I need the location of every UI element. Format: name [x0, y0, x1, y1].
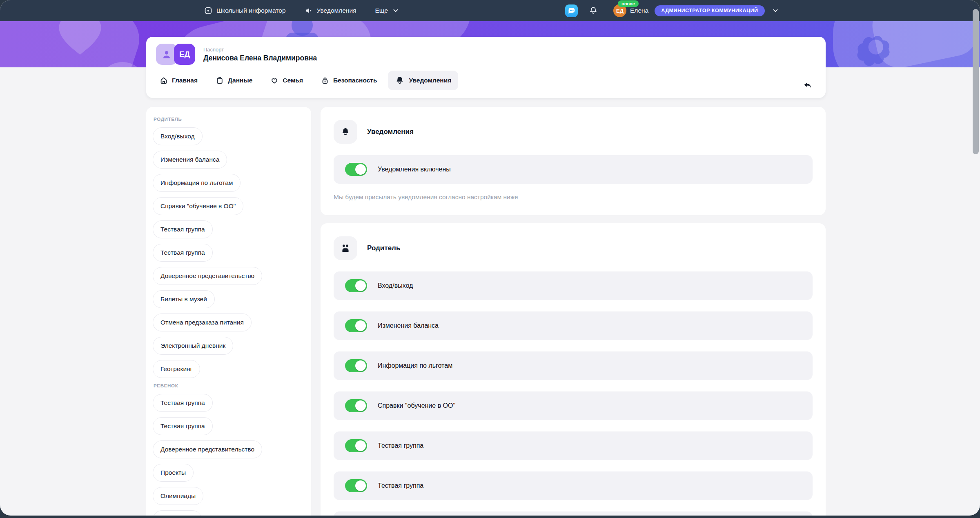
app-logo-icon: [204, 7, 212, 15]
sidebar-pill[interactable]: Тествая группа: [153, 220, 213, 238]
tab[interactable]: Главная: [153, 71, 205, 89]
sidebar-section-child: Тествая группа Тествая группа Доверенное…: [153, 394, 305, 516]
home-icon: [160, 76, 168, 84]
parent-icon: [340, 243, 351, 253]
navbar-right-cluster: ЕД новое Елена АДМИНИСТРАТОР КОММУНИКАЦИ…: [565, 0, 779, 21]
sidebar-pill[interactable]: Информация по льготам: [153, 174, 241, 192]
sidebar-pill[interactable]: Олимпиады: [153, 487, 203, 505]
sidebar-pill[interactable]: Электронный дневник: [153, 337, 233, 355]
passport-tabs: Главная Данные Семья Безопасность: [146, 66, 826, 90]
toggle-switch-on[interactable]: [345, 439, 367, 452]
top-navbar: Школьный информатор Уведомления Еще ЕД н…: [0, 0, 980, 21]
user-name: Елена: [630, 7, 648, 14]
toggle-label: Изменения баланса: [378, 322, 439, 329]
notification-types-sidebar: РОДИТЕЛЬ Вход/выход Изменения баланса Ин…: [146, 107, 311, 516]
tab-label: Уведомления: [409, 77, 451, 84]
chat-button[interactable]: [565, 4, 578, 17]
nav-item-school-informer[interactable]: Школьный информатор: [204, 7, 286, 15]
sidebar-pill[interactable]: Геотрекинг: [153, 360, 200, 378]
toggle-row[interactable]: Информация по льготам: [334, 351, 813, 380]
parent-settings-card: Родитель Вход/выход Изменения баланса: [321, 223, 826, 516]
tab[interactable]: Уведомления: [388, 71, 458, 90]
undo-button[interactable]: [800, 78, 815, 93]
sidebar-pill[interactable]: Проекты: [153, 464, 194, 482]
tab[interactable]: Семья: [263, 71, 310, 89]
undo-icon: [802, 80, 813, 91]
sidebar-pill[interactable]: Доверенное представительство: [153, 440, 262, 458]
toggle-switch-on[interactable]: [345, 479, 367, 492]
user-menu-chevron[interactable]: [772, 7, 779, 14]
tab-label: Семья: [283, 77, 303, 84]
toggle-label: Справки "обучение в ОО": [378, 402, 455, 409]
toggle-label: Информация по льготам: [378, 362, 452, 369]
master-toggle-row[interactable]: Уведомления включены: [334, 155, 813, 184]
notifications-master-card: Уведомления Уведомления включены Мы буде…: [321, 107, 826, 215]
notifications-caption: Мы будем присылать уведомления согласно …: [334, 193, 813, 201]
page-title: Денисова Елена Владимировна: [203, 54, 317, 62]
nav-item-notifications[interactable]: Уведомления: [305, 7, 356, 15]
megaphone-icon: [305, 7, 313, 15]
initials-avatar: ЕД: [174, 44, 195, 65]
tab-label: Безопасность: [333, 77, 377, 84]
heart-icon: [270, 76, 278, 84]
toggle-label: Тествая группа: [378, 482, 423, 489]
toggle-switch-on[interactable]: [345, 359, 367, 372]
tab[interactable]: Данные: [209, 71, 259, 89]
clipboard-icon: [216, 76, 224, 84]
sidebar-pill[interactable]: Вход/выход: [153, 127, 203, 145]
chevron-down-icon: [392, 7, 399, 14]
toggle-knob: [355, 320, 366, 331]
passport-kicker: Паспорт: [203, 47, 317, 53]
nav-item-label: Еще: [375, 7, 388, 14]
toggle-switch-on[interactable]: [345, 319, 367, 332]
sidebar-pill[interactable]: Изменения баланса: [153, 151, 227, 169]
toggle-knob: [355, 400, 366, 411]
sidebar-pill[interactable]: [153, 510, 202, 516]
sidebar-pill[interactable]: Доверенное представительство: [153, 267, 262, 285]
sidebar-pill[interactable]: Тествая группа: [153, 417, 213, 435]
chevron-down-icon: [772, 7, 779, 14]
sidebar-pill[interactable]: Справки "обучение в ОО": [153, 197, 243, 215]
bell-filled-icon: [341, 127, 350, 137]
new-badge: новое: [618, 0, 639, 7]
toggle-row[interactable]: Изменения баланса: [334, 311, 813, 340]
card-title: Уведомления: [367, 128, 414, 136]
toggle-switch-on[interactable]: [345, 163, 367, 176]
tab[interactable]: Безопасность: [314, 71, 384, 89]
toggle-switch-on[interactable]: [345, 399, 367, 412]
toggle-row[interactable]: Справки "обучение в ОО": [334, 391, 813, 420]
toggle-label: Вход/выход: [378, 282, 413, 289]
sidebar-pill[interactable]: Тествая группа: [153, 244, 213, 262]
app-window: Школьный информатор Уведомления Еще ЕД н…: [0, 0, 980, 516]
card-icon-square: [334, 120, 357, 144]
sidebar-section-title-parent: РОДИТЕЛЬ: [154, 117, 305, 122]
bell-filled-icon: [395, 76, 405, 85]
tab-label: Данные: [228, 77, 252, 84]
toggle-row[interactable]: Тествая группа: [334, 431, 813, 460]
toggle-row[interactable]: Доверенное представительство: [334, 511, 813, 516]
navbar-menu: Школьный информатор Уведомления Еще: [204, 0, 399, 21]
person-icon: [160, 48, 173, 60]
bell-outline-icon: [589, 6, 598, 15]
card-icon-square: [334, 236, 357, 260]
toggle-row[interactable]: Тествая группа: [334, 471, 813, 500]
parent-toggle-list: Вход/выход Изменения баланса Информация …: [334, 271, 813, 516]
toggle-row[interactable]: Вход/выход: [334, 271, 813, 300]
toggle-knob: [355, 164, 366, 175]
vertical-scrollbar-thumb[interactable]: [973, 9, 979, 154]
toggle-switch-on[interactable]: [345, 279, 367, 292]
passport-header-card: ЕД Паспорт Денисова Елена Владимировна Г…: [146, 37, 826, 98]
toggle-label: Уведомления включены: [378, 166, 451, 173]
sidebar-pill[interactable]: Тествая группа: [153, 394, 213, 412]
settings-main-column: Уведомления Уведомления включены Мы буде…: [321, 107, 826, 516]
sidebar-pill[interactable]: Отмена предзаказа питания: [153, 313, 252, 331]
user-avatar-wrap[interactable]: ЕД новое: [613, 4, 626, 17]
sidebar-pill[interactable]: Билеты в музей: [153, 290, 215, 308]
card-title: Родитель: [367, 244, 400, 252]
bell-button[interactable]: [589, 6, 598, 15]
nav-item-label: Уведомления: [317, 7, 356, 14]
role-badge[interactable]: АДМИНИСТРАТОР КОММУНИКАЦИЙ: [655, 5, 764, 16]
toggle-knob: [355, 480, 366, 491]
lock-icon: [321, 76, 329, 84]
nav-item-more[interactable]: Еще: [375, 7, 399, 14]
